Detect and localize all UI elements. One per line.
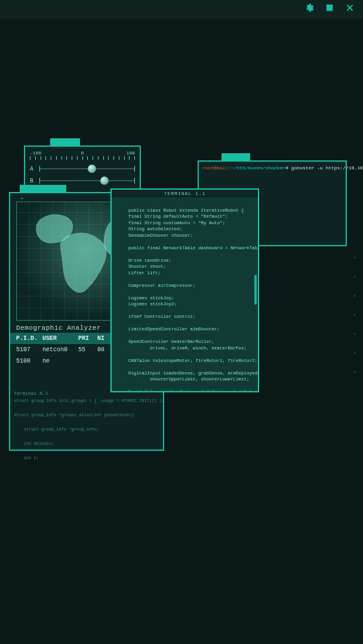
terminal-body[interactable]: public class Robot extends IterativeRobo… [112,197,258,391]
edge-indicator-dots [353,256,356,373]
window-tab[interactable] [222,153,250,162]
slider-row-a[interactable]: A [30,163,135,174]
cell-pri [78,358,95,364]
prompt-path: :~/htb/boxes/shocker [228,165,285,171]
command-line[interactable]: root@kali:~/htb/boxes/shocker# gobuster … [199,162,346,174]
scale-mid-label: 0 [81,150,84,156]
window-tab[interactable] [20,185,66,193]
cell-user: ne [42,358,76,364]
command-text: gobuster -u https://10.10.57 -w / [288,165,363,171]
slider-knob[interactable] [88,165,96,173]
dial-scale: -100 0 100 [30,150,135,162]
scale-min-label: -100 [30,150,41,156]
col-pid: P.I.D. [16,335,40,342]
slider-label: B [30,178,36,184]
scrollbar-thumb[interactable] [254,275,257,305]
terminal-code: public class Robot extends IterativeRobo… [118,208,258,391]
code-terminal[interactable]: TERMINAL 1.1 public class Robot extends … [110,188,259,392]
svg-rect-0 [327,5,333,11]
mini-terminal-code: struct group_info init_groups = { .usage… [14,397,159,462]
slider-label: A [30,166,36,172]
analyzer-title: Demographic Analyzer [16,324,101,332]
slider-track[interactable] [39,180,135,181]
cell-user: netcon0 [42,346,76,353]
settings-icon[interactable] [304,3,314,16]
col-user: USER [42,335,76,342]
terminal-title: TERMINAL 1.1 [112,190,258,197]
scale-max-label: 100 [127,150,135,156]
prompt-user: root@kali [202,165,228,171]
col-pri: PRI [78,335,95,342]
cell-pri: 55 [78,346,95,353]
window-icon[interactable] [325,3,334,16]
cell-pid: 5108 [16,358,40,364]
close-icon[interactable] [345,3,355,16]
cell-pid: 5107 [16,346,40,353]
slider-knob[interactable] [100,177,109,185]
slider-track[interactable] [39,168,135,169]
top-bar [0,0,363,19]
window-tab[interactable] [50,138,80,147]
